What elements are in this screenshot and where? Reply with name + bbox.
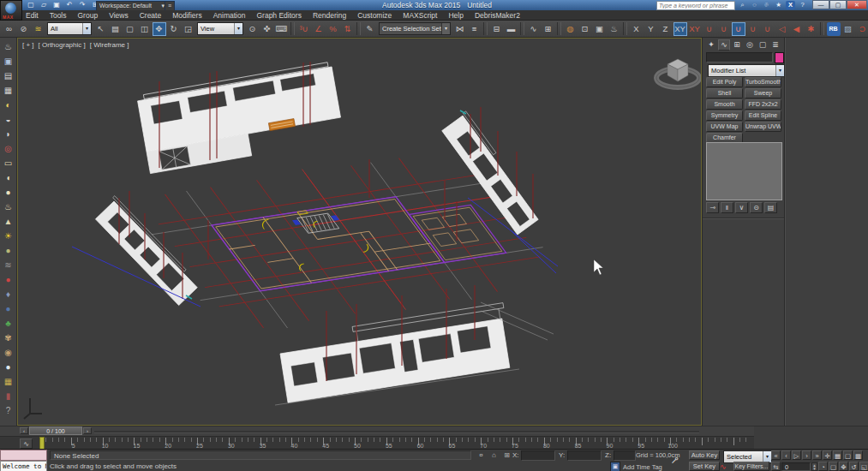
target-tool-icon[interactable]: ◎	[2, 142, 15, 155]
zoom-icon[interactable]: ✛	[823, 450, 832, 460]
maxscript[interactable]: MAXScript	[403, 11, 437, 20]
constrain-y-button[interactable]: Y	[644, 22, 658, 36]
percent-snap-icon[interactable]: %	[326, 22, 340, 36]
separator[interactable]	[290, 22, 295, 35]
previous-frame-button[interactable]: ‹	[781, 450, 791, 460]
display-tab[interactable]: ▢	[757, 39, 769, 51]
edit[interactable]: Edit	[26, 11, 39, 20]
separator[interactable]	[623, 22, 627, 35]
edit-spline[interactable]: Edit Spline	[745, 110, 781, 121]
building-blocks-icon[interactable]: ▦	[2, 375, 15, 388]
constrain-x-button[interactable]: X	[630, 22, 644, 36]
door-icon[interactable]: ▮	[2, 390, 15, 402]
object-name-field[interactable]	[706, 52, 773, 63]
zoom-extents-icon[interactable]: ▢	[843, 450, 853, 460]
maximize-viewport-toggle-icon[interactable]: ◱	[859, 462, 868, 471]
default-in-out-tangents-icon[interactable]: ∿	[720, 462, 727, 471]
select-and-move-icon[interactable]: ✥	[153, 22, 166, 36]
tools[interactable]: Tools	[50, 11, 67, 20]
maximize-button[interactable]: ▢	[829, 0, 847, 9]
status-pin-icon[interactable]: ¤	[476, 450, 486, 460]
zoom-extents-all-icon[interactable]: ▩	[853, 450, 863, 460]
angle-snap-icon[interactable]: ∠	[312, 22, 326, 36]
select-and-scale-icon[interactable]: ◲	[182, 22, 195, 36]
reference-coordinate-dropdown[interactable]: View▾	[197, 22, 243, 35]
geosphere-icon[interactable]: ●	[2, 244, 15, 257]
spotlight-icon[interactable]: ◒	[2, 113, 15, 126]
infocenter-search-icon[interactable]: ⌕	[738, 1, 747, 9]
snap-endpoint-icon[interactable]: ∪	[746, 22, 760, 36]
customize[interactable]: Customize	[357, 11, 392, 20]
pan-view-icon[interactable]: ✥	[839, 462, 848, 471]
spinner-snap-icon[interactable]: ⇅	[341, 22, 355, 36]
keyboard-shortcut-override-icon[interactable]: ⌨	[275, 22, 289, 36]
graphite-ribbon-toggle-icon[interactable]: ▬	[505, 22, 518, 36]
auto-key-button[interactable]: Auto Key	[689, 450, 720, 460]
x-coordinate-field[interactable]	[521, 450, 555, 461]
edit-poly[interactable]: Edit Poly	[706, 77, 743, 87]
select-object-icon[interactable]: ↖	[94, 22, 108, 36]
sunlight-icon[interactable]: ☀	[2, 230, 15, 242]
separator[interactable]	[520, 22, 524, 35]
render-teapot-icon[interactable]: ♨	[2, 40, 15, 53]
modifier-stack-list[interactable]	[706, 142, 782, 200]
rock-icon[interactable]: ●	[2, 302, 15, 315]
rendering[interactable]: Rendering	[313, 11, 346, 20]
show-end-result-button[interactable]: ‖	[721, 202, 733, 213]
separator[interactable]	[557, 22, 561, 35]
scatter-icon[interactable]: ♦	[2, 288, 15, 301]
box-primitive-icon[interactable]: ▭	[2, 157, 15, 170]
close-button[interactable]: ✕	[847, 0, 867, 9]
align-icon[interactable]: ≡	[468, 22, 482, 36]
forestpack-icon[interactable]: ▨	[841, 22, 855, 36]
red-sphere-icon[interactable]: ●	[2, 273, 15, 286]
dome-primitive-icon[interactable]: ◖	[2, 171, 15, 184]
rendered-frame-window-icon[interactable]: ▣	[593, 22, 607, 36]
viewport-shading-label[interactable]: [ Wireframe ]	[90, 41, 129, 49]
frame-spinner[interactable]: ▴▾	[811, 462, 817, 471]
go-to-start-button[interactable]: «	[771, 450, 781, 460]
add-time-tag[interactable]: ▣ Add Time Tag	[610, 462, 662, 471]
select-and-manipulate-icon[interactable]: ✜	[260, 22, 274, 36]
help-icon[interactable]: ?	[798, 1, 807, 9]
orbit-icon[interactable]: ↺	[849, 462, 859, 471]
snap-midpoint-icon[interactable]: ∪	[761, 22, 775, 36]
create[interactable]: Create	[140, 11, 162, 20]
y-coordinate-field[interactable]	[567, 450, 602, 461]
macro-recorder-field[interactable]	[0, 450, 47, 461]
sphere-primitive-icon[interactable]: ●	[2, 186, 15, 199]
time-configuration-icon[interactable]: ◔	[818, 462, 828, 471]
material-editor-icon[interactable]: ◍	[564, 22, 578, 36]
snap-vertex-icon[interactable]: ∪	[732, 22, 745, 36]
curve-editor-icon[interactable]: ∿	[527, 22, 541, 36]
selection-lock-icon[interactable]: ⌂	[489, 450, 499, 460]
key-filters-button[interactable]: Key Filters...	[733, 462, 769, 471]
save-file-icon[interactable]: ▣	[51, 1, 62, 9]
pin-stack-button[interactable]: ⊸	[706, 202, 719, 213]
select-by-name-icon[interactable]: ▤	[109, 22, 123, 36]
creature-icon[interactable]: ✾	[2, 331, 15, 344]
open-file-icon[interactable]: ▱	[39, 1, 49, 9]
help-circle-icon[interactable]: ?	[2, 404, 15, 417]
new-scene-icon[interactable]: ▢	[26, 1, 36, 9]
sign-in-icon[interactable]: ◌	[750, 1, 759, 9]
debrismaker2[interactable]: DebrisMaker2	[475, 11, 520, 20]
selection-filter-dropdown[interactable]: All▾	[47, 22, 92, 35]
favorites-star-icon[interactable]: ★	[774, 1, 783, 9]
symmetry[interactable]: Symmetry	[706, 110, 743, 121]
render-production-icon[interactable]: ♨	[608, 22, 621, 36]
communication-center-icon[interactable]: ⌾	[762, 1, 771, 9]
ripple-icon[interactable]: ≋	[2, 259, 15, 271]
snaps-use-axis-constraints-icon[interactable]: XY	[688, 22, 702, 36]
separator[interactable]	[820, 22, 824, 35]
modify-tab[interactable]: ∿	[718, 39, 730, 51]
light-icon[interactable]: ◐	[2, 98, 15, 111]
snap-grid-points-icon[interactable]: ∪	[703, 22, 716, 36]
debrismaker-icon[interactable]: Ɔ	[856, 22, 868, 36]
uvw-map[interactable]: UVW Map	[706, 122, 743, 132]
help[interactable]: Help	[448, 11, 463, 20]
dome-light-icon[interactable]: ◗	[2, 128, 15, 140]
previous-frame-arrow[interactable]: ‹	[20, 427, 28, 434]
snaps-toggle-3d-icon[interactable]: ³∪	[297, 22, 311, 36]
redo-icon[interactable]: ↷	[77, 1, 87, 9]
